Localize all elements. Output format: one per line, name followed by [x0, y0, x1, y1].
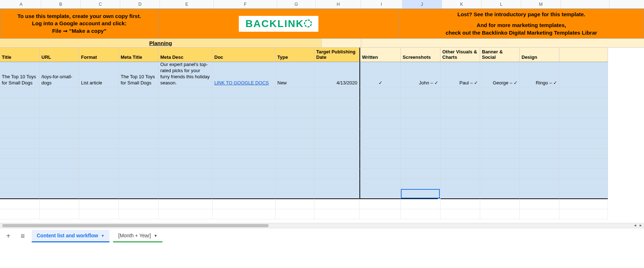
col-header-G[interactable]: G [277, 0, 316, 8]
logo-o-icon [304, 19, 312, 27]
col-header-M[interactable]: M [521, 0, 561, 8]
banner-row: To use this template, create your own co… [0, 9, 644, 39]
sheet-tab-inactive[interactable]: [Month + Year] ▼ [113, 230, 162, 242]
header-url[interactable]: URL [40, 48, 79, 62]
col-header-J[interactable]: J [402, 0, 442, 8]
chevron-down-icon[interactable]: ▼ [101, 234, 104, 238]
banner-instructions: To use this template, create your own co… [0, 9, 158, 39]
cell-design[interactable]: Ringo – ✓ [520, 62, 559, 88]
cell-format[interactable]: List article [79, 62, 119, 88]
cell-screenshots[interactable]: John – ✓ [401, 62, 440, 88]
chevron-down-icon[interactable]: ▼ [154, 234, 157, 238]
all-sheets-button[interactable]: ≡ [17, 231, 28, 242]
header-banner[interactable]: Banner & Social [480, 48, 520, 62]
banner-line1: To use this template, create your own co… [17, 13, 141, 19]
header-visuals[interactable]: Other Visuals & Charts [440, 48, 480, 62]
sheet-tab-active[interactable]: Content list and workflow ▼ [32, 230, 109, 242]
col-header-K[interactable]: K [442, 0, 482, 8]
backlinko-logo: BACKLINK [239, 16, 318, 32]
banner-right-line3: check out the Backlinko Digital Marketin… [446, 29, 597, 36]
col-header-B[interactable]: B [41, 0, 81, 8]
section-title-row: Planning [0, 39, 644, 48]
col-header-C[interactable]: C [81, 0, 120, 8]
col-header-L[interactable]: L [482, 0, 521, 8]
cell-url[interactable]: /toys-for-small-dogs [40, 62, 79, 88]
sheet-tab-label: [Month + Year] [118, 233, 151, 238]
banner-logo-area: BACKLINK [158, 9, 399, 39]
scrollbar-thumb[interactable] [2, 224, 269, 227]
cell-meta-desc[interactable]: Our expert panel's top-rated picks for y… [158, 62, 213, 88]
cell-banner[interactable]: George – ✓ [480, 62, 520, 88]
banner-line3: File ➞ "Make a copy" [52, 28, 107, 34]
col-header-H[interactable]: H [316, 0, 361, 8]
header-title[interactable]: Title [0, 48, 40, 62]
scroll-right-icon[interactable]: ► [639, 223, 643, 227]
header-target-date[interactable]: Target Publishing Date [314, 48, 359, 62]
banner-help: Lost? See the introductory page for this… [399, 9, 644, 39]
col-header-I[interactable]: I [361, 0, 402, 8]
header-written[interactable]: Written [359, 48, 401, 62]
banner-right-line1: Lost? See the introductory page for this… [457, 11, 585, 18]
banner-line2: Log into a Google account and click: [32, 20, 127, 26]
col-header-F[interactable]: F [214, 0, 277, 8]
col-header-D[interactable]: D [120, 0, 160, 8]
scroll-left-icon[interactable]: ◄ [633, 223, 637, 227]
doc-link[interactable]: LINK TO GOOGLE DOCS [214, 80, 269, 86]
cell-doc[interactable]: LINK TO GOOGLE DOCS [213, 62, 276, 88]
cell-visuals[interactable]: Paul – ✓ [440, 62, 480, 88]
add-sheet-button[interactable]: + [3, 231, 14, 242]
header-meta-desc[interactable]: Meta Desc [158, 48, 213, 62]
header-design[interactable]: Design [520, 48, 559, 62]
spreadsheet-grid[interactable]: To use this template, create your own co… [0, 9, 644, 223]
header-screenshots[interactable]: Screenshots [401, 48, 440, 62]
header-doc[interactable]: Doc [213, 48, 276, 62]
col-header-A[interactable]: A [1, 0, 41, 8]
header-meta-title[interactable]: Meta Title [119, 48, 158, 62]
cell-written[interactable]: ✓ [359, 62, 401, 88]
cell-title[interactable]: The Top 10 Toys for Small Dogs [0, 62, 40, 88]
cell-type[interactable]: New [276, 62, 314, 88]
column-headers-row: A B C D E F G H I J K L M [0, 0, 644, 9]
sheet-tabs-bar: + ≡ Content list and workflow ▼ [Month +… [0, 228, 644, 244]
header-type[interactable]: Type [276, 48, 314, 62]
table-header-row: Title URL Format Meta Title Meta Desc Do… [0, 48, 644, 62]
banner-right-line2: And for more marketing templates, [477, 22, 566, 29]
table-row: The Top 10 Toys for Small Dogs /toys-for… [0, 62, 644, 88]
cell-target-date[interactable]: 4/13/2020 [314, 62, 359, 88]
col-header-E[interactable]: E [160, 0, 214, 8]
col-header-N[interactable] [561, 0, 609, 8]
section-title: Planning [0, 39, 322, 48]
cell-meta-title[interactable]: The Top 10 Toys for Small Dogs [119, 62, 158, 88]
sheet-tab-label: Content list and workflow [37, 233, 98, 238]
header-format[interactable]: Format [79, 48, 119, 62]
horizontal-scrollbar[interactable]: ◄ ► [0, 223, 644, 228]
